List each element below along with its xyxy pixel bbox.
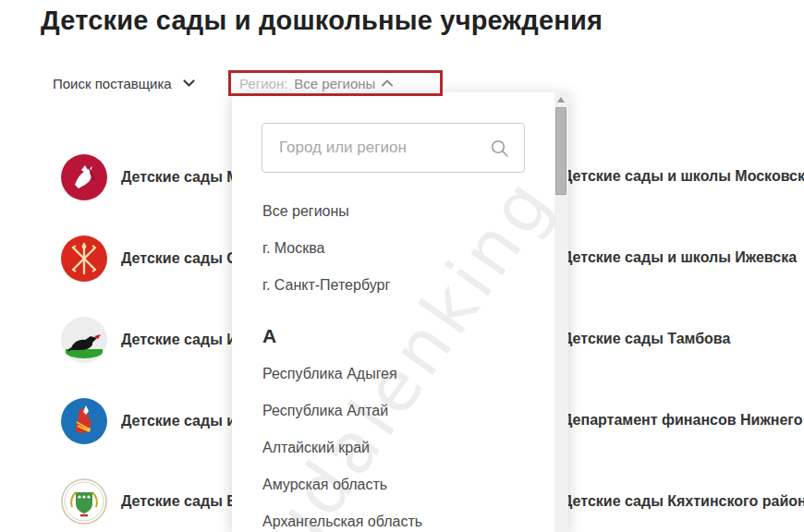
region-option-altai-krai[interactable]: Алтайский край bbox=[262, 438, 370, 458]
region-search-input[interactable] bbox=[277, 138, 490, 158]
region-option-all-regions[interactable]: Все регионы bbox=[262, 201, 349, 222]
provider-name: Детские сады М bbox=[121, 169, 239, 186]
region-option-arkhangelsk-oblast[interactable]: Архангельская область bbox=[262, 512, 422, 532]
search-icon bbox=[490, 139, 509, 158]
list-item[interactable]: Детские сады Тамбова bbox=[562, 331, 730, 347]
scroll-up-icon[interactable] bbox=[557, 97, 565, 103]
provider-name: Детские сады Б bbox=[121, 493, 238, 510]
emblem-blue-coat-icon bbox=[61, 398, 107, 444]
scrollbar-thumb[interactable] bbox=[555, 107, 566, 195]
emblem-green-shield-icon bbox=[61, 478, 107, 525]
region-filter-label: Регион: bbox=[239, 76, 287, 91]
region-option-amur-oblast[interactable]: Амурская область bbox=[262, 475, 387, 495]
list-item[interactable]: Детские сады Б bbox=[61, 478, 238, 525]
chevron-up-icon bbox=[382, 79, 393, 87]
emblem-moscow-icon bbox=[61, 154, 107, 200]
region-filter-dropdown[interactable]: Регион: Все регионы bbox=[228, 70, 443, 96]
dropdown-scrollbar[interactable] bbox=[554, 92, 568, 532]
region-option-moscow[interactable]: г. Москва bbox=[262, 238, 324, 259]
provider-name: Детские сады и bbox=[121, 413, 236, 429]
provider-name: Департамент финансов Нижнего Н bbox=[562, 412, 804, 428]
list-item[interactable]: Детские сады и bbox=[61, 398, 236, 444]
list-item[interactable]: Детские сады и школы Московско bbox=[562, 168, 804, 185]
provider-name: Детские сады Са bbox=[121, 250, 246, 267]
region-filter-value: Все регионы bbox=[294, 76, 375, 91]
list-item[interactable]: Детские сады Са bbox=[61, 236, 246, 282]
region-option-adygea[interactable]: Республика Адыгея bbox=[262, 364, 397, 384]
list-item[interactable]: Детские сады И bbox=[61, 317, 238, 363]
region-group-header-a: А bbox=[262, 324, 276, 348]
list-item[interactable]: Детские сады и школы Ижевска bbox=[562, 249, 797, 266]
emblem-irkutsk-icon bbox=[61, 317, 107, 363]
list-item[interactable]: Департамент финансов Нижнего Н bbox=[562, 412, 804, 429]
list-item[interactable]: Детские сады Кяхтинского района bbox=[562, 493, 804, 510]
provider-name: Детские сады Тамбова bbox=[562, 331, 730, 346]
page-title: Детские сады и дошкольные учреждения bbox=[41, 6, 603, 36]
supplier-search-dropdown[interactable]: Поиск поставщика bbox=[53, 76, 195, 91]
region-search-box bbox=[262, 123, 525, 173]
supplier-search-label: Поиск поставщика bbox=[53, 76, 172, 91]
region-dropdown-panel: Все регионы г. Москва г. Санкт-Петербург… bbox=[232, 92, 568, 532]
provider-name: Детские сады И bbox=[121, 332, 238, 348]
list-item[interactable]: Детские сады М bbox=[61, 154, 239, 200]
provider-name: Детские сады и школы Ижевска bbox=[562, 249, 797, 265]
region-option-saint-petersburg[interactable]: г. Санкт-Петербург bbox=[262, 275, 390, 296]
provider-name: Детские сады Кяхтинского района bbox=[562, 493, 804, 509]
emblem-saint-petersburg-icon bbox=[61, 236, 107, 282]
chevron-down-icon bbox=[183, 79, 195, 88]
provider-name: Детские сады и школы Московско bbox=[562, 168, 804, 184]
region-option-altai-republic[interactable]: Республика Алтай bbox=[262, 401, 388, 421]
